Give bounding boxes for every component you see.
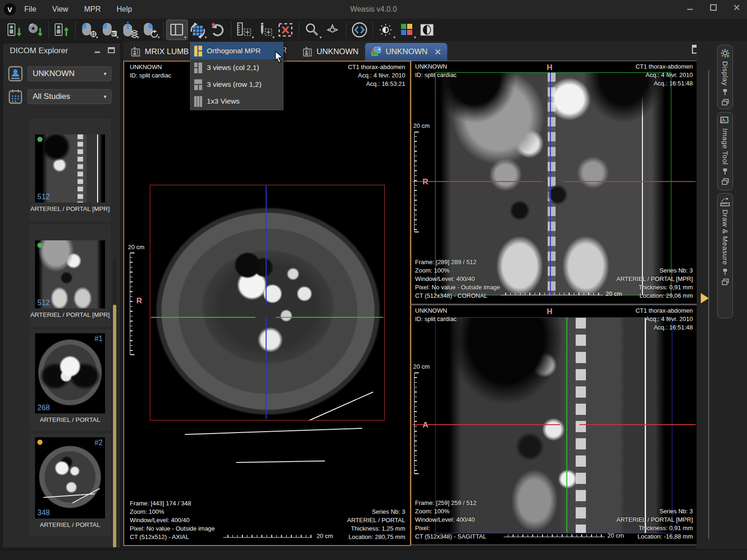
layout-icon[interactable]: ▾ [167,20,187,40]
tab-display[interactable]: Display [717,45,733,109]
menu-view[interactable]: View [52,5,68,14]
tab-unknown-active[interactable]: UNKNOWN ✕ [365,43,447,61]
menu-item-3views-col[interactable]: 3 views (col 2,1) [190,59,283,76]
menu-file[interactable]: File [24,5,36,14]
synch-icon[interactable]: ▾ [187,20,208,40]
series-thumbnail[interactable]: 512 ARTERIEL / PORTAL [MPR] [28,118,112,223]
crosshair-coronal-line[interactable] [151,317,255,318]
pin-icon[interactable] [722,168,728,175]
horizontal-ruler [504,533,605,537]
series-thumbnail[interactable]: #2 348 ARTERIEL / PORTAL [28,433,112,537]
layout-dropdown-menu: Orthogonal MPR 3 views (col 2,1) 3 views… [190,42,283,110]
orientation-marker-top: H [547,307,552,316]
detach-window-icon[interactable] [722,279,729,285]
measure-icon[interactable]: ▾ [234,20,255,40]
mouse-right-rotate-icon[interactable]: ▾ [140,20,161,40]
crosshair-axial-line[interactable] [412,181,543,182]
window-level-icon[interactable]: ▾ [376,20,396,40]
image-count: 512 [37,193,50,201]
tab-image-tool[interactable]: Image Tool [717,112,733,190]
mpr-bounds-axial [150,185,385,420]
patient-select[interactable]: UNKNOWN▾ [28,66,112,81]
orientation-marker-left: A [423,420,428,430]
lut-palette-icon[interactable]: ▾ [396,20,417,40]
menu-item-1x3-views[interactable]: 1x3 Views [190,93,283,110]
menu-item-3views-row[interactable]: 3 views (row 1,2) [190,76,283,93]
study-calendar-icon [8,89,23,105]
scrollbar-thumb[interactable] [113,305,116,547]
close-icon[interactable] [733,4,740,11]
gear-icon [720,49,730,58]
series-overlay: Series Nb: 3ARTERIEL / PORTALThickness: … [347,508,405,541]
horizontal-ruler [223,534,312,538]
tab-unknown-1[interactable]: UNKNOWN [297,43,364,61]
coronal-view[interactable]: H R 20 cm 20 cm UNKNOWNID: split cardiac… [411,61,697,304]
chevron-down-icon: ▾ [104,70,106,77]
app-logo-icon: V [4,3,16,15]
layout-row12-icon [194,79,202,90]
vertical-ruler [414,132,418,232]
crosshair-sagittal-line[interactable] [266,317,267,419]
mouse-left-pointer-icon[interactable]: ▾ [78,20,99,40]
dicom-import-icon[interactable] [5,20,25,40]
pin-icon[interactable] [722,268,728,275]
minimize-icon[interactable] [686,4,694,11]
explorer-scrollbar[interactable] [113,258,116,547]
menu-item-orthogonal-mpr[interactable]: Orthogonal MPR [190,42,283,59]
chevron-down-icon: ▾ [104,93,106,100]
image-count: 268 [37,404,50,412]
draw-measure-icon [720,197,730,206]
image-count: 512 [37,299,50,307]
axial-view[interactable]: R 20 cm 20 cm UNKNOWNID: split cardiac C… [123,61,411,546]
reset-icon[interactable] [208,20,228,40]
layout-col21-icon [194,63,202,73]
study-select[interactable]: All Studies▾ [28,89,112,104]
menu-mpr[interactable]: MPR [84,5,101,14]
crosshair-sagittal-line[interactable] [550,72,551,295]
crosshair-sagittal-line[interactable] [266,186,267,305]
frame-slider-track[interactable] [708,70,709,539]
cd-import-icon[interactable] [25,20,46,40]
maximize-icon[interactable] [710,4,717,11]
series-thumbnail[interactable]: 512 ARTERIEL / PORTAL [MPR] [28,224,112,328]
image-tool-icon [720,116,730,125]
mouse-middle-series-icon[interactable]: ▾ [120,20,140,40]
invert-lut-icon[interactable] [417,20,437,40]
partial-status-dot [37,440,42,445]
pin-icon[interactable] [722,89,728,96]
series-label: ARTERIEL / PORTAL [29,521,111,532]
frame-slider-thumb[interactable] [701,293,709,303]
layout-1x3-icon [194,96,202,107]
mouse-cursor-icon [274,51,286,64]
sagittal-view[interactable]: H A 20 cm 20 cm UNKNOWNID: split cardiac… [411,305,697,545]
panel-restore-icon[interactable] [108,47,115,56]
crosshair-axial-line[interactable] [564,181,696,182]
dicom-export-icon[interactable] [52,20,72,40]
image-count: 348 [37,509,50,517]
zoom-icon[interactable]: ▾ [302,20,323,40]
best-fit-icon[interactable] [349,20,370,40]
ruler-label: 20 cm [413,122,430,129]
crosshair-axial-line[interactable] [412,424,560,425]
mouse-left-context-icon[interactable]: ▾ [99,20,120,40]
dicom-explorer-panel: DICOM Explorer UNKNOWN▾ All Studies▾ 512… [3,43,120,548]
orientation-marker-left: R [136,296,142,306]
mpr-series-icon [371,47,382,57]
delete-measure-icon[interactable] [275,20,296,40]
crosshair-coronal-line[interactable] [276,317,383,318]
close-tab-icon[interactable]: ✕ [434,47,442,57]
detach-window-icon[interactable] [722,178,729,185]
crosshair-axial-line[interactable] [579,424,696,425]
study-overlay: CT1 thorax-abdomenAcq.: 4 févr. 2010Acq.… [635,307,693,332]
ruler-label: 20 cm [413,363,430,370]
panel-minimize-icon[interactable] [94,47,101,56]
crosshair-coronal-line[interactable] [566,317,567,532]
ruler-label: 20 cm [128,244,144,251]
draw-icon[interactable]: ▾ [255,20,275,40]
series-thumbnail[interactable]: #1 268 ARTERIEL / PORTAL [28,329,112,432]
tab-mrix-lumb[interactable]: MRIX LUMB [125,43,194,61]
menu-help[interactable]: Help [117,5,132,14]
detach-window-icon[interactable] [722,99,729,105]
pan-icon[interactable] [323,20,343,40]
tab-draw-measure[interactable]: Draw & Measure [717,193,733,318]
